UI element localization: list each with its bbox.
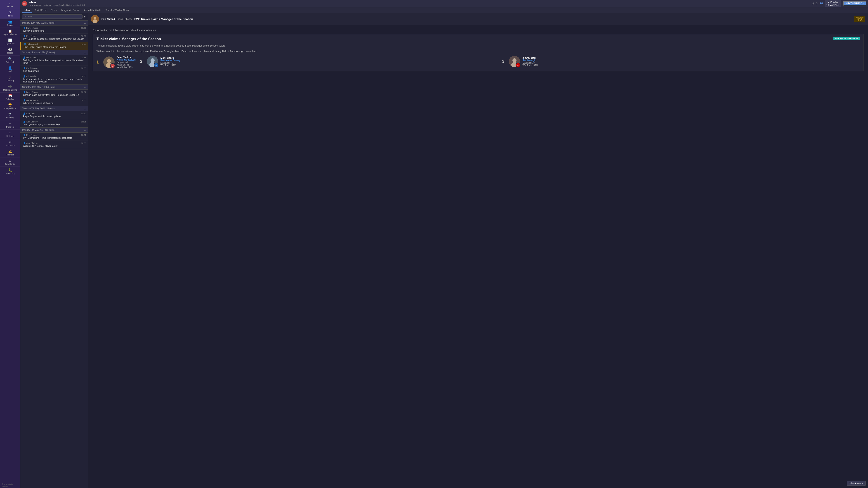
person-icon: 👤 <box>23 67 26 69</box>
sidebar-item-scouting[interactable]: Scouting <box>0 111 20 121</box>
message-subject: Weekly Staff Meeting <box>23 30 86 32</box>
squad-planner-icon <box>8 29 12 33</box>
filter-button[interactable]: ▼ <box>84 15 86 18</box>
person-icon: 👤 <box>23 91 26 93</box>
date-header-3[interactable]: Saturday 11th May 2024 (2 items) ▲ <box>20 85 88 90</box>
position-details-2: Mark Beard Eastbourne Borough Matches: 4… <box>160 57 181 67</box>
date-label: Sunday 12th May 2024 (3 items) <box>22 51 55 54</box>
inbox-item[interactable]: 👤 Dean Stamp 12:37 Carman leads the way … <box>20 90 88 98</box>
sidebar-item-training[interactable]: Training <box>0 74 20 84</box>
svg-point-4 <box>93 20 97 23</box>
inbox-item[interactable]: 👤 Daniel Jones 08:52 Weekly Staff Meetin… <box>20 26 88 34</box>
message-subject: Joel Lynch unhappy promise not kept <box>23 123 86 126</box>
chevron-icon: ▲ <box>84 86 86 88</box>
tab-transfer-window-news[interactable]: Transfer Window News <box>103 8 131 13</box>
sender-name: 👤 Daniel Jones <box>23 27 38 29</box>
forward-icon: ↩ <box>36 142 38 144</box>
sidebar-item-inbox[interactable]: Inbox <box>0 9 20 19</box>
sidebar-item-tactics[interactable]: Tactics <box>0 46 20 56</box>
inbox-item[interactable]: 👤 Evie Ahmed 22:31 FW: Champions Hemel H… <box>20 133 88 141</box>
date-label: Saturday 11th May 2024 (2 items) <box>22 86 56 88</box>
person-icon: 👤 <box>23 75 26 77</box>
person-icon: 👤 <box>23 35 26 37</box>
message-subject-header: FW: Tucker claims Manager of the Season <box>134 18 193 21</box>
svg-point-6 <box>107 59 111 63</box>
transfers-icon <box>8 122 12 125</box>
sidebar-item-home[interactable]: Home <box>0 0 20 9</box>
sidebar-item-medical[interactable]: Medical Centre <box>0 84 20 93</box>
player-matches: Matches: 46 <box>160 62 181 64</box>
sender-name: 👤 Dean Stamp <box>23 91 37 93</box>
player-club: Eastbourne Borough <box>160 59 181 62</box>
inbox-item[interactable]: 👤 Alex Clark ↩ 10:56 Williams fails to m… <box>20 141 88 149</box>
inbox-item[interactable]: 👤 Evie Ahmed 08:52 FW: Boggins pleased a… <box>20 34 88 42</box>
sender-name: 👤 Darren Mouatt <box>23 99 39 101</box>
search-input[interactable] <box>22 14 83 19</box>
sender-name: 👤 Evie Ahmed <box>24 43 38 45</box>
sidebar-item-squad[interactable]: Squad <box>0 19 20 28</box>
sidebar-item-club-info[interactable]: Club Info <box>0 130 20 139</box>
sidebar-item-schedule[interactable]: Schedule <box>0 93 20 102</box>
sidebar-item-dev-centre[interactable]: Dev. Centre <box>0 158 20 163</box>
chevron-icon: ▲ <box>84 129 86 131</box>
clubinfo-icon <box>9 131 11 135</box>
sidebar-item-squad-planner[interactable]: Squad Planner <box>0 28 20 37</box>
tab-news[interactable]: News <box>49 8 59 13</box>
inbox-item[interactable]: 👤 Darren Mouatt 09:50 Whittaker resumes … <box>20 98 88 106</box>
tab-around-the-world[interactable]: Around the World <box>81 8 103 13</box>
sender-name: 👤 Daniel Jones <box>23 57 38 59</box>
tab-leagues-in-focus[interactable]: Leagues in Focus <box>59 8 81 13</box>
message-subject: FW: Boggins pleased as Tucker wins Manag… <box>23 38 86 40</box>
person-icon: 👤 <box>23 112 26 115</box>
chevron-icon: ▲ <box>84 22 86 24</box>
message-time: 08:49 <box>81 43 86 45</box>
tab-inbox[interactable]: Inbox <box>22 8 32 13</box>
date-header-2[interactable]: Sunday 12th May 2024 (3 items) ▲ <box>20 50 88 55</box>
sidebar-item-competitions[interactable]: Competitions <box>0 102 20 111</box>
sender-name: 👤 Alex Clark ↩ <box>23 121 38 123</box>
player-avatar-1: HH <box>103 57 115 68</box>
inbox-item[interactable]: 👤 Alex Clark ↩ 10:51 Joel Lynch unhappy … <box>20 119 88 127</box>
sidebar-item-label: Dynamics <box>6 42 15 45</box>
position-number: 2 <box>140 59 145 64</box>
message-time: 08:52 <box>81 35 86 37</box>
sidebar-item-label: Home <box>7 5 13 8</box>
inbox-item-active[interactable]: 👤 Evie Ahmed 08:49 FW: Tucker claims Man… <box>20 42 88 50</box>
sidebar-item-label: Club Vision <box>5 144 15 147</box>
sidebar-item-club-vision[interactable]: Club Vision <box>0 139 20 148</box>
page-title: Inbox <box>29 1 86 4</box>
date-header-1[interactable]: Monday 13th May 2024 (3 items) ▲ <box>20 20 88 26</box>
position-details-1: Jake Tucker Hemel Hempstead 34 years old… <box>117 56 135 68</box>
tab-social-feed[interactable]: Social Feed <box>32 8 49 13</box>
scouting-icon <box>8 112 12 116</box>
date-group-5: Monday 6th May 2024 (10 items) ▲ 👤 Evie … <box>20 127 88 149</box>
inbox-item[interactable]: 👤 Daniel Jones 21:15 Training schedule f… <box>20 55 88 66</box>
inbox-item[interactable]: 👤 Eliza Barker 08:53 Final reminder to v… <box>20 74 88 85</box>
inbox-item[interactable]: 👤 Alex Clark 13:49 Player Targets and Pr… <box>20 111 88 119</box>
person-icon: 👤 <box>23 142 26 144</box>
date-header-4[interactable]: Tuesday 7th May 2024 (2 items) ▲ <box>20 106 88 111</box>
sidebar-item-transfers[interactable]: Transfers <box>0 121 20 130</box>
sidebar-item-label: Data Hub <box>6 61 14 63</box>
home-icon <box>9 1 11 5</box>
sender-name: 👤 Evie Ahmed <box>23 134 37 136</box>
inbox-item[interactable]: 👤 Errol Hassan 16:50 Scouting update <box>20 66 88 74</box>
player-avatar-2: EB <box>147 56 158 67</box>
page-subtitle: 1st in Vanarama National League South - … <box>29 4 86 6</box>
message-subject: Final reminder to vote in Vanarama Natio… <box>23 78 86 83</box>
sender-name: 👤 Eliza Barker <box>23 75 37 77</box>
article-text-2: With not much to choose between the top … <box>96 50 289 53</box>
squad-icon <box>8 20 12 24</box>
award-positions: 1 <box>96 56 289 68</box>
sidebar-item-dynamics[interactable]: Dynamics <box>0 37 20 46</box>
date-header-5[interactable]: Monday 6th May 2024 (10 items) ▲ <box>20 127 88 133</box>
date-label: Monday 13th May 2024 (3 items) <box>22 22 55 24</box>
sidebar-item-data-hub[interactable]: Data Hub <box>0 56 20 65</box>
message-time: 08:52 <box>81 27 86 29</box>
sidebar-item-staff[interactable]: Staff <box>0 65 20 74</box>
club-logo: HH <box>22 1 27 6</box>
player-win-ratio: Win Ratio: 58% <box>117 66 135 68</box>
dynamics-icon <box>8 38 12 42</box>
sidebar-item-finances[interactable]: Finances <box>0 148 20 158</box>
tactics-icon <box>8 48 12 51</box>
